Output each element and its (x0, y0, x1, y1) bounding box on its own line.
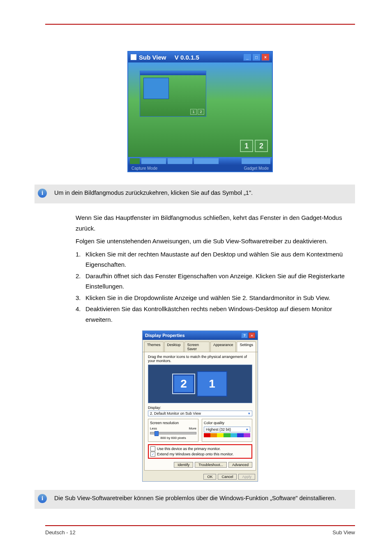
tab-settings[interactable]: Settings (237, 342, 256, 352)
tab-themes[interactable]: Themes (144, 342, 164, 352)
footer-right: Sub View (332, 529, 355, 536)
highlighted-checkboxes: Use this device as the primary monitor. … (148, 444, 252, 459)
screen-resolution-group: Screen resolution Less More 800 by 600 p… (148, 419, 198, 442)
maximize-icon[interactable]: □ (252, 53, 261, 61)
info-icon: i (38, 189, 47, 198)
tab-screensaver[interactable]: Screen Saver (184, 342, 210, 352)
identify-button[interactable]: Identify (174, 462, 193, 468)
subview-body: 1 2 1 2 (128, 62, 272, 157)
monitor-badge-1: 1 (240, 140, 253, 152)
info-note-1: i Um in dein Bildfangmodus zurückzukehre… (35, 185, 355, 203)
tab-desktop[interactable]: Desktop (164, 342, 184, 352)
subview-title-app: Sub View (139, 54, 166, 61)
chevron-down-icon: ▾ (248, 411, 250, 416)
info-text-2: Die Sub View-Softwaretreiber können Sie … (54, 494, 336, 503)
dp-hint: Drag the monitor icons to match the phys… (148, 355, 252, 363)
chevron-down-icon: ▾ (246, 427, 248, 432)
resolution-slider[interactable] (150, 432, 196, 434)
info-icon: i (38, 494, 47, 503)
apply-button[interactable]: Apply (238, 474, 255, 480)
monitor-2[interactable]: 2 (173, 374, 194, 393)
checkbox-icon (150, 446, 155, 451)
footer-gadget-mode: Gadget Mode (244, 166, 269, 171)
color-quality-group: Color quality Highest (32 bit) ▾ (202, 419, 252, 442)
dp-title-text: Display Properties (145, 333, 185, 338)
inner-window: 1 2 (140, 71, 206, 117)
subview-titlebar: Sub View V 0.0.1.5 _ □ × (128, 52, 272, 62)
info-text-1: Um in dein Bildfangmodus zurückzukehren,… (54, 189, 253, 197)
monitor-1[interactable]: 1 (197, 371, 227, 397)
step-3: 3. Klicken Sie in die Dropdownliste Anze… (76, 293, 355, 303)
app-logo-icon (131, 54, 136, 60)
resolution-value: 800 by 600 pixels (150, 436, 196, 440)
ok-button[interactable]: OK (203, 474, 216, 480)
subview-window: Sub View V 0.0.1.5 _ □ × 1 (127, 51, 273, 172)
display-label: Display: (148, 406, 252, 410)
steps-lead: Folgen Sie untenstehenden Anweisungen, u… (76, 236, 355, 247)
step-4: 4. Deaktivieren Sie das Kontrollkästchen… (76, 304, 355, 325)
taskbar (128, 157, 272, 165)
extend-desktop-checkbox[interactable]: ✓ Extend my Windows desktop onto this mo… (150, 452, 250, 457)
minimize-icon[interactable]: _ (243, 53, 251, 61)
page-footer: Deutsch - 12 Sub View (45, 525, 355, 536)
inner-badge-2: 2 (198, 109, 204, 115)
close-icon[interactable]: × (261, 53, 270, 61)
troubleshoot-button[interactable]: Troubleshoot... (195, 462, 227, 468)
footer-left: Deutsch - 12 (45, 529, 76, 536)
step-1: 1. Klicken Sie mit der rechten Maustaste… (76, 249, 355, 270)
paragraph-intro: Wenn Sie das Hauptfenster im Bildfangmod… (76, 212, 355, 233)
inner-badge-1: 1 (190, 109, 197, 115)
advanced-button[interactable]: Advanced (228, 462, 252, 468)
dp-tabs: Themes Desktop Screen Saver Appearance S… (143, 340, 258, 352)
help-icon[interactable]: ? (241, 332, 248, 338)
dp-monitor-area[interactable]: 2 1 (148, 365, 252, 403)
dp-titlebar: Display Properties ? × (143, 331, 258, 340)
subview-title-version: V 0.0.1.5 (175, 54, 199, 61)
color-bar (204, 433, 250, 437)
cancel-button[interactable]: Cancel (218, 474, 237, 480)
color-quality-dropdown[interactable]: Highest (32 bit) ▾ (204, 427, 250, 432)
display-dropdown[interactable]: 2. Default Monitor on Sub View ▾ (148, 411, 252, 416)
steps-list: 1. Klicken Sie mit der rechten Maustaste… (76, 249, 355, 325)
step-2: 2. Daraufhin öffnet sich das Fenster Eig… (76, 271, 355, 292)
tab-appearance[interactable]: Appearance (210, 342, 236, 352)
monitor-badge-2: 2 (255, 140, 268, 152)
close-icon[interactable]: × (249, 332, 255, 338)
primary-monitor-checkbox[interactable]: Use this device as the primary monitor. (150, 446, 250, 451)
subview-footer: Capture Mode Gadget Mode (128, 165, 272, 171)
footer-capture-mode: Capture Mode (131, 166, 157, 171)
info-note-2: i Die Sub View-Softwaretreiber können Si… (35, 490, 355, 509)
display-properties-window: Display Properties ? × Themes Desktop Sc… (142, 330, 258, 482)
checkbox-icon: ✓ (150, 452, 155, 457)
